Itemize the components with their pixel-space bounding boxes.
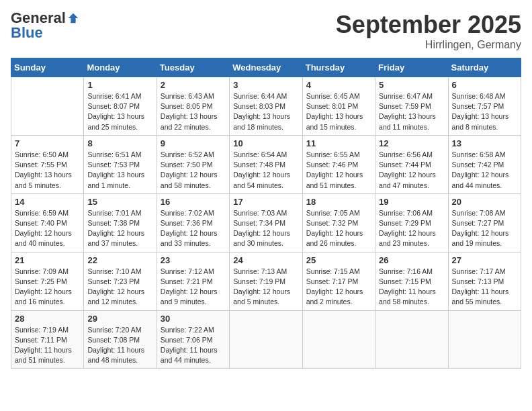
day-number: 23 (161, 255, 226, 265)
sunset-label: Sunset: 7:15 PM (379, 277, 431, 285)
sunset-label: Sunset: 7:11 PM (15, 336, 67, 344)
day-info: Sunrise: 7:15 AM Sunset: 7:17 PM Dayligh… (306, 267, 371, 308)
day-cell: 21 Sunrise: 7:09 AM Sunset: 7:25 PM Dayl… (11, 252, 84, 310)
day-info: Sunrise: 6:58 AM Sunset: 7:42 PM Dayligh… (452, 150, 517, 191)
day-info: Sunrise: 6:55 AM Sunset: 7:46 PM Dayligh… (306, 150, 371, 191)
day-info: Sunrise: 6:45 AM Sunset: 8:01 PM Dayligh… (306, 91, 371, 132)
daylight-label: Daylight: 12 hours and 19 minutes. (452, 229, 509, 247)
sunset-label: Sunset: 7:27 PM (452, 219, 504, 227)
day-number: 4 (306, 80, 371, 90)
sunset-label: Sunset: 7:32 PM (306, 219, 359, 227)
day-number: 28 (15, 314, 80, 324)
daylight-label: Daylight: 13 hours and 11 minutes. (379, 112, 436, 130)
day-number: 25 (306, 255, 371, 265)
day-info: Sunrise: 6:43 AM Sunset: 8:05 PM Dayligh… (161, 91, 226, 132)
daylight-label: Daylight: 13 hours and 25 minutes. (87, 112, 144, 130)
day-cell: 17 Sunrise: 7:03 AM Sunset: 7:34 PM Dayl… (230, 193, 302, 252)
sunrise-label: Sunrise: 6:51 AM (87, 150, 141, 158)
sunrise-label: Sunrise: 7:08 AM (452, 209, 506, 217)
day-cell: 29 Sunrise: 7:20 AM Sunset: 7:08 PM Dayl… (84, 310, 157, 369)
day-info: Sunrise: 6:44 AM Sunset: 8:03 PM Dayligh… (233, 91, 298, 132)
sunset-label: Sunset: 7:25 PM (15, 277, 67, 285)
day-cell: 12 Sunrise: 6:56 AM Sunset: 7:44 PM Dayl… (375, 135, 448, 193)
sunrise-label: Sunrise: 6:45 AM (306, 92, 360, 100)
day-cell: 14 Sunrise: 6:59 AM Sunset: 7:40 PM Dayl… (11, 193, 84, 252)
sunset-label: Sunset: 7:34 PM (233, 219, 285, 227)
day-cell: 2 Sunrise: 6:43 AM Sunset: 8:05 PM Dayli… (157, 77, 229, 136)
day-number: 22 (87, 255, 152, 265)
page-header: General Blue September 2025 Hirrlingen, … (11, 11, 521, 51)
daylight-label: Daylight: 11 hours and 58 minutes. (379, 287, 436, 306)
daylight-label: Daylight: 12 hours and 16 minutes. (15, 287, 72, 306)
day-number: 8 (87, 138, 152, 148)
day-info: Sunrise: 7:17 AM Sunset: 7:13 PM Dayligh… (452, 267, 517, 308)
weekday-header: Friday (375, 58, 448, 77)
daylight-label: Daylight: 12 hours and 44 minutes. (452, 171, 509, 189)
sunrise-label: Sunrise: 6:47 AM (379, 92, 433, 100)
sunrise-label: Sunrise: 7:17 AM (452, 267, 506, 275)
sunset-label: Sunset: 7:13 PM (452, 277, 504, 285)
sunset-label: Sunset: 7:36 PM (161, 219, 213, 227)
day-cell: 11 Sunrise: 6:55 AM Sunset: 7:46 PM Dayl… (302, 135, 375, 193)
daylight-label: Daylight: 12 hours and 2 minutes. (306, 287, 363, 306)
day-cell (302, 310, 375, 369)
title-block: September 2025 Hirrlingen, Germany (336, 11, 521, 51)
sunset-label: Sunset: 8:07 PM (87, 102, 140, 110)
sunset-label: Sunset: 7:06 PM (161, 336, 213, 344)
sunrise-label: Sunrise: 7:09 AM (15, 267, 69, 275)
daylight-label: Daylight: 11 hours and 44 minutes. (161, 346, 218, 364)
day-cell: 28 Sunrise: 7:19 AM Sunset: 7:11 PM Dayl… (11, 310, 84, 369)
daylight-label: Daylight: 12 hours and 26 minutes. (306, 229, 363, 247)
day-cell: 26 Sunrise: 7:16 AM Sunset: 7:15 PM Dayl… (375, 252, 448, 310)
day-info: Sunrise: 7:09 AM Sunset: 7:25 PM Dayligh… (15, 267, 80, 308)
weekday-header: Thursday (302, 58, 375, 77)
sunset-label: Sunset: 7:44 PM (379, 161, 431, 169)
daylight-label: Daylight: 13 hours and 1 minute. (87, 171, 144, 189)
day-cell (448, 310, 521, 369)
sunrise-label: Sunrise: 7:02 AM (161, 209, 214, 217)
day-number: 15 (87, 197, 152, 207)
day-cell: 19 Sunrise: 7:06 AM Sunset: 7:29 PM Dayl… (375, 193, 448, 252)
day-info: Sunrise: 6:59 AM Sunset: 7:40 PM Dayligh… (15, 208, 80, 249)
sunset-label: Sunset: 8:03 PM (233, 102, 285, 110)
sunrise-label: Sunrise: 6:54 AM (233, 150, 287, 158)
day-cell: 5 Sunrise: 6:47 AM Sunset: 7:59 PM Dayli… (375, 77, 448, 136)
logo-general: General (11, 11, 66, 26)
sunrise-label: Sunrise: 7:06 AM (379, 209, 433, 217)
logo-icon (67, 12, 79, 24)
sunrise-label: Sunrise: 7:13 AM (233, 267, 287, 275)
sunset-label: Sunset: 7:29 PM (379, 219, 431, 227)
day-number: 29 (87, 314, 152, 324)
day-cell: 10 Sunrise: 6:54 AM Sunset: 7:48 PM Dayl… (230, 135, 302, 193)
day-number: 6 (452, 80, 517, 90)
day-number: 16 (161, 197, 226, 207)
day-cell: 27 Sunrise: 7:17 AM Sunset: 7:13 PM Dayl… (448, 252, 521, 310)
week-row: 14 Sunrise: 6:59 AM Sunset: 7:40 PM Dayl… (11, 193, 521, 252)
day-info: Sunrise: 7:22 AM Sunset: 7:06 PM Dayligh… (161, 325, 226, 366)
weekday-header: Tuesday (157, 58, 229, 77)
day-info: Sunrise: 6:47 AM Sunset: 7:59 PM Dayligh… (379, 91, 444, 132)
daylight-label: Daylight: 12 hours and 33 minutes. (161, 229, 218, 247)
sunrise-label: Sunrise: 7:19 AM (15, 326, 69, 334)
day-number: 12 (379, 138, 444, 148)
sunset-label: Sunset: 7:23 PM (87, 277, 140, 285)
sunset-label: Sunset: 7:38 PM (87, 219, 140, 227)
weekday-header-row: SundayMondayTuesdayWednesdayThursdayFrid… (11, 58, 521, 77)
day-cell: 4 Sunrise: 6:45 AM Sunset: 8:01 PM Dayli… (302, 77, 375, 136)
sunrise-label: Sunrise: 6:58 AM (452, 150, 506, 158)
day-number: 27 (452, 255, 517, 265)
day-cell: 13 Sunrise: 6:58 AM Sunset: 7:42 PM Dayl… (448, 135, 521, 193)
sunset-label: Sunset: 7:21 PM (161, 277, 213, 285)
day-number: 5 (379, 80, 444, 90)
day-cell: 7 Sunrise: 6:50 AM Sunset: 7:55 PM Dayli… (11, 135, 84, 193)
day-info: Sunrise: 7:12 AM Sunset: 7:21 PM Dayligh… (161, 267, 226, 308)
week-row: 1 Sunrise: 6:41 AM Sunset: 8:07 PM Dayli… (11, 77, 521, 136)
sunrise-label: Sunrise: 7:16 AM (379, 267, 433, 275)
day-cell: 15 Sunrise: 7:01 AM Sunset: 7:38 PM Dayl… (84, 193, 157, 252)
logo-blue: Blue (11, 26, 43, 40)
sunset-label: Sunset: 7:50 PM (161, 161, 213, 169)
sunrise-label: Sunrise: 6:56 AM (379, 150, 433, 158)
day-number: 30 (161, 314, 226, 324)
day-info: Sunrise: 6:48 AM Sunset: 7:57 PM Dayligh… (452, 91, 517, 132)
day-info: Sunrise: 6:56 AM Sunset: 7:44 PM Dayligh… (379, 150, 444, 191)
